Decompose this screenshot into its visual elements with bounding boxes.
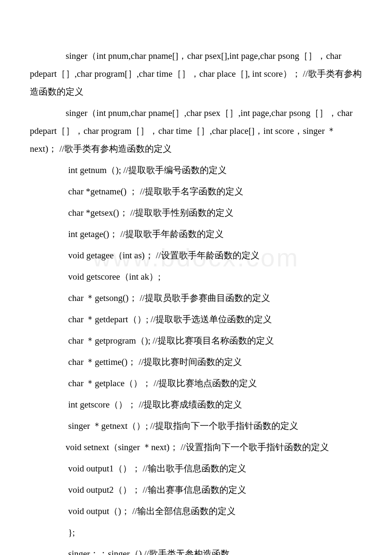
code-line: char *getsex()； //提取歌手性别函数的定义: [30, 204, 362, 222]
code-line: char ＊gettime()； //提取比赛时间函数的定义: [30, 353, 362, 371]
code-line: void output（)； //输出全部信息函数的定义: [30, 502, 362, 520]
code-line: singer（int pnum,char pname[]，char psex[]…: [30, 47, 362, 101]
code-line: char ＊getdepart（）; //提取歌手选送单位函数的定义: [30, 310, 362, 328]
code-line: char ＊getplace（）； //提取比赛地点函数的定义: [30, 374, 362, 392]
code-line: void getscoree（int ak）;: [30, 268, 362, 286]
code-line: void output1（）； //输出歌手信息函数的定义: [30, 460, 362, 477]
code-line: int getscore（）； //提取比赛成绩函数的定义: [30, 396, 362, 413]
code-line: char ＊getprogram（); //提取比赛项目名称函数的定义: [30, 332, 362, 350]
code-line: singer（int pnum,char pname[］,char psex［］…: [30, 104, 362, 158]
code-line: char ＊getsong()； //提取员歌手参赛曲目函数的定义: [30, 289, 362, 307]
code-line: };: [30, 523, 362, 541]
code-line: char *getname() ； //提取歌手名字函数的定义: [30, 182, 362, 200]
code-line: void getagee（int as)； //设置歌手年龄函数的定义: [30, 246, 362, 264]
code-line: void output2（）； //输出赛事信息函数的定义: [30, 481, 362, 499]
code-line: int getage()； //提取歌手年龄函数的定义: [30, 225, 362, 243]
code-line: singer ＊getnext（）; //提取指向下一个歌手指针函数的定义: [30, 417, 362, 435]
code-line: void setnext（singer ＊next)； //设置指向下一个歌手指…: [30, 438, 362, 456]
code-line: singer：：singer（) //歌手类无参构造函数: [30, 545, 362, 555]
code-lines-container: singer（int pnum,char pname[]，char psex[]…: [30, 47, 362, 555]
document-page: singer（int pnum,char pname[]，char psex[]…: [0, 0, 392, 555]
code-line: int getnum（); //提取歌手编号函数的定义: [30, 161, 362, 179]
